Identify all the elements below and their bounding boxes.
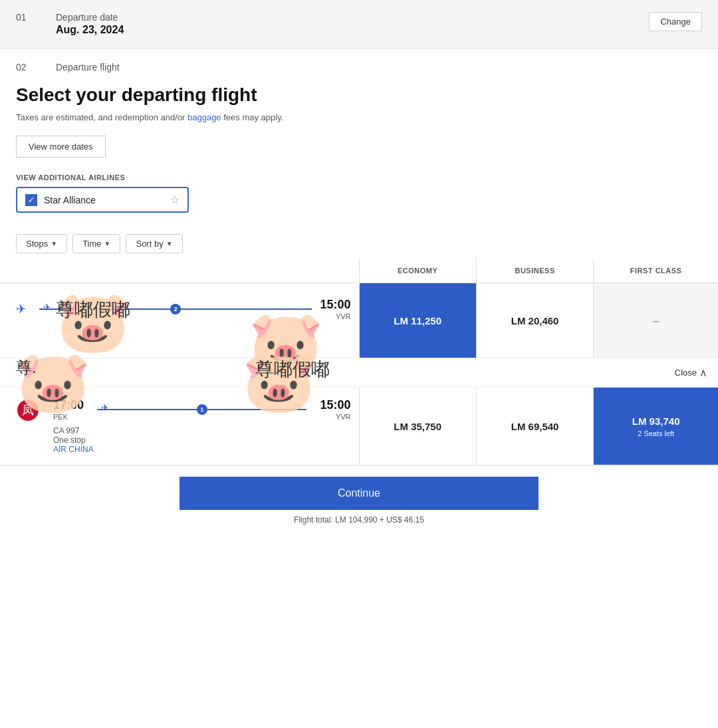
- continue-bar: Continue Flight total: LM 104,990 + US$ …: [0, 465, 718, 531]
- additional-airlines-label: VIEW ADDITIONAL AIRLINES: [16, 174, 702, 182]
- flight-total: Flight total: LM 104,990 + US$ 46.15: [16, 515, 702, 525]
- star-alliance-checkbox-row[interactable]: Star Alliance ☆: [16, 187, 189, 213]
- expanded-row: Close ∧: [0, 358, 718, 388]
- step-02-label: Departure flight: [56, 62, 120, 72]
- subtitle-text: Taxes are estimated, and redemption and/…: [16, 112, 187, 122]
- depart-time-icon: ✈: [16, 302, 26, 316]
- page-wrapper: 01 Departure date Aug. 23, 2024 Change 0…: [0, 0, 718, 531]
- air-china-logo: 凤: [16, 398, 40, 422]
- view-more-dates-button[interactable]: View more dates: [16, 136, 106, 158]
- departure-date-value: Aug. 23, 2024: [56, 24, 649, 36]
- flight-2-business-cell[interactable]: LM 69,540: [476, 388, 593, 465]
- flight-2-depart-time: 17:00: [53, 398, 84, 412]
- economy-price: LM 11,250: [365, 315, 471, 326]
- expanded-row-cell: Close ∧: [0, 358, 718, 388]
- table-row: 🐷 🐷 🐷 🐷 尊嘟假嘟 尊嘟假嘟 尊. ✈: [0, 283, 718, 358]
- flight-2-depart-airport: PEK: [53, 413, 84, 421]
- stop-dot-2: 2: [170, 304, 181, 314]
- departure-date-section: 01 Departure date Aug. 23, 2024 Change: [0, 0, 718, 49]
- departure-flight-section: 02 Departure flight Select your departin…: [0, 49, 718, 213]
- flight-2-details: CA 997 One stop AIR CHINA: [53, 426, 351, 454]
- step-02-number: 02: [16, 62, 56, 72]
- subtitle: Taxes are estimated, and redemption and/…: [16, 112, 702, 122]
- star-alliance-checkbox[interactable]: [25, 194, 37, 206]
- flight-2-first-cell[interactable]: LM 93,740 2 Seats left: [594, 388, 718, 465]
- route-2-line-container: 1: [89, 404, 314, 416]
- close-chevron-icon: ∧: [699, 366, 707, 379]
- depart-block: 17:00 PEK: [53, 398, 84, 421]
- arrive-block: 15:00 YVR: [320, 398, 350, 421]
- stops-label: Stops: [26, 239, 48, 249]
- stops-filter-button[interactable]: Stops ▼: [16, 234, 67, 253]
- arrive-time-block: 15:00 YVR: [320, 298, 350, 320]
- flight-number: CA 997: [53, 426, 351, 435]
- flight-2-economy-cell[interactable]: LM 35,750: [359, 388, 476, 465]
- flight-economy-price-cell[interactable]: LM 11,250: [359, 283, 476, 358]
- alliance-name: Star Alliance: [44, 195, 165, 205]
- continue-button[interactable]: Continue: [180, 477, 538, 510]
- flight-2-route-row: 凤 17:00 PEK 1: [16, 398, 351, 454]
- flight-2-first-seats: 2 Seats left: [599, 429, 713, 437]
- table-header-row: ECONOMY BUSINESS FIRST CLASS: [0, 259, 718, 283]
- flight-2-arrive-airport: YVR: [320, 413, 350, 421]
- flight-arrive-time: 15:00: [320, 298, 350, 312]
- subtitle-end: fees may apply.: [221, 112, 284, 122]
- stops-arrow-icon: ▼: [51, 240, 57, 247]
- flight-2-times: 17:00 PEK 1 15:00: [53, 398, 351, 454]
- sort-label: Sort by: [136, 239, 163, 249]
- close-label: Close: [675, 368, 697, 378]
- first-class-col-header: FIRST CLASS: [594, 259, 718, 283]
- page-title: Select your departing flight: [16, 84, 702, 106]
- route-2-line: 1: [97, 409, 306, 410]
- baggage-link[interactable]: baggage: [187, 112, 221, 122]
- time-arrow-icon: ▼: [104, 240, 111, 247]
- expanded-content: Close ∧: [0, 358, 718, 387]
- route-line: 2: [39, 308, 312, 310]
- svg-text:凤: 凤: [22, 404, 34, 417]
- star-icon: ☆: [170, 193, 180, 206]
- flight-times-row: ✈ 2 15:00 YVR: [16, 294, 351, 320]
- flight-2-economy-price: LM 35,750: [365, 421, 471, 432]
- business-price: LM 20,460: [482, 315, 588, 326]
- departure-date-label: Departure date: [56, 12, 649, 23]
- flight-table-area: Stops ▼ Time ▼ Sort by ▼ ECONOMY BUSINES…: [0, 229, 718, 465]
- change-date-button[interactable]: Change: [649, 12, 702, 31]
- departure-date-content: Departure date Aug. 23, 2024: [56, 12, 649, 36]
- flight-2-business-price: LM 69,540: [482, 421, 588, 432]
- step-01-number: 01: [16, 12, 56, 23]
- first-price-dash: –: [599, 314, 713, 328]
- business-col-header: BUSINESS: [476, 259, 593, 283]
- time-label: Time: [82, 239, 101, 249]
- time-route-row: 17:00 PEK 1 15:00: [53, 398, 351, 421]
- flight-2-info-cell: 凤 17:00 PEK 1: [0, 388, 359, 465]
- stop-dot-1: 1: [197, 404, 207, 415]
- sort-arrow-icon: ▼: [166, 240, 173, 247]
- flight-arrive-airport: YVR: [320, 312, 350, 320]
- flight-col-header: [0, 259, 359, 283]
- time-filter-button[interactable]: Time ▼: [72, 234, 120, 253]
- filters-row: Stops ▼ Time ▼ Sort by ▼: [0, 229, 718, 259]
- airline-name: AIR CHINA: [53, 445, 351, 454]
- table-row: 凤 17:00 PEK 1: [0, 388, 718, 465]
- flight-results-table: ECONOMY BUSINESS FIRST CLASS 🐷 🐷 🐷: [0, 259, 718, 465]
- flight-business-price-cell[interactable]: LM 20,460: [476, 283, 593, 358]
- flight-2-arrive-time: 15:00: [320, 398, 350, 412]
- stop-text: One stop: [53, 435, 351, 445]
- flight-route-container: 🐷 🐷 🐷 🐷 尊嘟假嘟 尊嘟假嘟 尊. ✈: [16, 294, 351, 347]
- flight-1-info-cell: 🐷 🐷 🐷 🐷 尊嘟假嘟 尊嘟假嘟 尊. ✈: [0, 283, 359, 358]
- flight-2-first-price: LM 93,740: [599, 416, 713, 427]
- close-button[interactable]: Close ∧: [675, 366, 707, 379]
- step-02-row: 02 Departure flight: [16, 62, 702, 72]
- sort-filter-button[interactable]: Sort by ▼: [126, 234, 182, 253]
- flight-first-price-cell: –: [594, 283, 718, 358]
- route-line-container: 2: [31, 303, 320, 315]
- economy-col-header: ECONOMY: [359, 259, 476, 283]
